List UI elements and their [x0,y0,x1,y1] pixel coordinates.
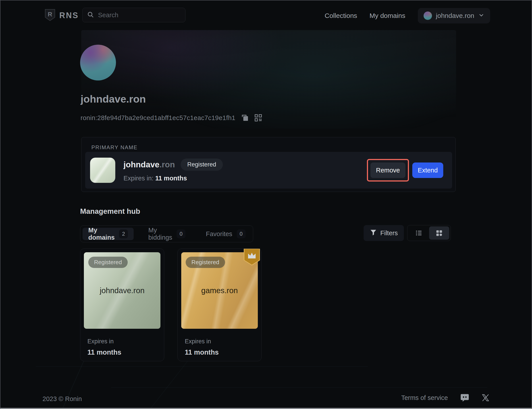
hub-tabbar: My domains 2 My biddings 0 Favorites 0 [80,226,253,242]
logo-wordmark: RNS [59,11,79,20]
search-box[interactable] [82,8,185,22]
user-avatar [424,11,432,20]
primary-name-row: johndave.ron Registered Expires in:11 mo… [85,152,452,189]
expires-label: Expires in [185,338,219,345]
wallet-address: ronin:28fe94d7ba2e9ced1abff1ec57c1eac7c1… [81,114,236,122]
domain-card-johndave[interactable]: Registered johndave.ron Expires in 11 mo… [80,248,164,361]
footer-links: Terms of service [401,393,490,402]
search-input[interactable] [98,11,181,19]
expires-value: 11 months [87,348,121,356]
list-view-icon [415,229,423,237]
list-view-button[interactable] [409,226,429,240]
filters-button[interactable]: Filters [364,225,404,241]
crown-badge-icon [244,249,260,265]
chevron-down-icon [478,12,484,19]
remove-button-highlight: Remove [367,159,409,182]
primary-expires: Expires in:11 months [124,175,223,182]
copy-address-icon[interactable] [241,114,249,122]
expires-value: 11 months [185,348,219,356]
primary-name-label: PRIMARY NAME [91,144,138,151]
extend-button[interactable]: Extend [412,163,443,178]
primary-name-card: PRIMARY NAME johndave.ron Registered Exp… [81,137,456,192]
domain-tile-image: Registered johndave.ron [84,252,161,329]
grid-view-icon [435,229,443,237]
tile-registered-badge: Registered [186,257,225,268]
tab-my-domains[interactable]: My domains 2 [83,228,134,240]
profile-domain-title: johndave.ron [81,93,146,105]
my-biddings-count-badge: 0 [177,229,185,238]
profile-avatar [80,45,116,81]
tile-registered-badge: Registered [88,257,128,268]
user-name: johndave.ron [436,12,474,19]
nav-links: Collections My domains johndave.ron [325,0,490,31]
registered-status-badge: Registered [180,159,223,171]
nav-collections[interactable]: Collections [325,12,357,19]
my-domains-count-badge: 2 [119,229,128,238]
remove-button[interactable]: Remove [370,163,405,178]
tab-my-biddings[interactable]: My biddings 0 [142,228,191,240]
favorites-count-badge: 0 [237,229,246,238]
x-twitter-icon[interactable] [482,394,490,402]
expires-label: Expires in [87,338,121,345]
rns-logo[interactable]: R RNS [44,9,79,22]
management-hub-title: Management hub [80,207,140,216]
terms-of-service-link[interactable]: Terms of service [401,394,448,401]
tile-domain-name: johndave.ron [100,286,144,295]
svg-text:R: R [48,11,52,18]
user-account-menu[interactable]: johndave.ron [418,8,490,23]
wallet-address-row: ronin:28fe94d7ba2e9ced1abff1ec57c1eac7c1… [81,114,262,122]
qr-code-icon[interactable] [255,114,262,122]
domain-card-games[interactable]: Registered games.ron Expires in 11 month… [178,248,262,361]
top-navigation-bar: R RNS Collections My domains johndave.ro… [0,0,532,31]
grid-view-button[interactable] [429,226,449,240]
rns-shield-icon: R [44,9,56,22]
tile-domain-name: games.ron [201,286,238,295]
view-mode-toggle [407,225,451,241]
copyright-text: 2023 © Ronin [42,395,82,403]
search-icon [87,11,94,19]
primary-domain-thumbnail [90,158,115,183]
rns-app-window: R RNS Collections My domains johndave.ro… [0,0,532,409]
discord-icon[interactable] [460,393,469,402]
filter-funnel-icon [370,229,377,237]
nav-my-domains[interactable]: My domains [370,12,405,19]
tab-favorites[interactable]: Favorites 0 [200,228,251,240]
primary-domain-name: johndave.ron [124,160,175,169]
